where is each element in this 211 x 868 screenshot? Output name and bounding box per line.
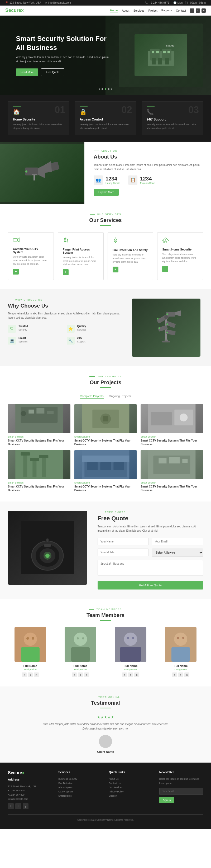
indicator-3[interactable] [108, 88, 109, 90]
facebook-icon[interactable]: f [190, 8, 194, 13]
team-linkedin-2[interactable]: in [84, 673, 89, 677]
footer-quick-link-1[interactable]: About Us [109, 778, 119, 780]
team-title: Team Members [8, 612, 203, 618]
instagram-icon[interactable]: in [202, 8, 206, 13]
feature-num-1: 01 [55, 104, 65, 116]
team-role-2: Designation [58, 668, 103, 671]
service-btn-4[interactable]: + [162, 266, 168, 272]
footer-service-link-4[interactable]: CCTV System [58, 790, 73, 793]
nav-pages[interactable]: Pages ▾ [162, 9, 172, 12]
subscribe-button[interactable]: SignUp [159, 797, 175, 803]
footer-service-4: CCTV System [58, 789, 102, 794]
footer-service-3: Alarm System [58, 785, 102, 789]
service-select[interactable]: Select A Service CCTV System Access Cont… [152, 549, 203, 557]
team-linkedin-4[interactable]: in [184, 673, 189, 677]
projects-num: 1234 [140, 176, 155, 182]
mobile-input[interactable] [98, 549, 149, 556]
why-feature-2-text: Quality Services [77, 325, 86, 331]
about-title: About Us [94, 154, 202, 160]
free-quote-button[interactable]: Free Quote [41, 68, 64, 76]
team-role-4: Designation [158, 668, 203, 671]
top-bar-left: 📍 123 Street, New York, USA ✉ info@examp… [5, 1, 71, 4]
get-quote-button[interactable]: Get A Free Quote [98, 581, 203, 589]
why-feature-4: 🔧 24/7 Support [67, 337, 121, 345]
hero-content: Smart Security Solution For All Business… [16, 34, 111, 76]
svg-point-52 [180, 413, 188, 422]
footer-service-link-1[interactable]: Business Security [58, 778, 77, 780]
explore-more-button[interactable]: Explore More [94, 189, 119, 196]
service-title-4: Smart Home Security [162, 248, 198, 251]
service-text-4: Vero ely justo cita lorem dolor amet lor… [162, 253, 198, 264]
service-btn-3[interactable]: + [113, 267, 118, 272]
why-feature-4-title: 24/7 [77, 337, 86, 340]
footer-facebook-icon[interactable]: f [8, 803, 14, 809]
next-arrow[interactable]: › [111, 87, 112, 91]
svg-point-81 [24, 632, 37, 646]
why-choose-section: Why Choose Us Why Choose Us Tempor eirm … [0, 289, 211, 366]
footer-service-link-5[interactable]: Smart Home [58, 795, 72, 797]
projects-tabs: Complete Projects Ongoing Projects [8, 395, 203, 399]
svg-point-88 [77, 637, 79, 640]
footer-twitter-icon[interactable]: t [15, 803, 21, 809]
svg-rect-97 [171, 647, 190, 662]
team-facebook-2[interactable]: f [72, 673, 77, 677]
team-photo-4 [165, 627, 197, 662]
footer-quick-link-3[interactable]: Our Services [109, 786, 122, 789]
team-linkedin-1[interactable]: in [34, 673, 39, 677]
svg-point-94 [132, 637, 134, 639]
svg-rect-87 [71, 647, 90, 662]
logo: Securex [5, 8, 24, 13]
team-linkedin-3[interactable]: in [134, 673, 139, 677]
why-text: Tempor eirm dolor in atx. Eirm diam ipsu… [8, 312, 121, 320]
footer-service-1: Business Security [58, 777, 102, 781]
email-input[interactable] [152, 538, 203, 546]
twitter-icon[interactable]: t [196, 8, 200, 13]
tab-ongoing-projects[interactable]: Ongoing Projects [109, 395, 131, 399]
prev-arrow[interactable]: ‹ [99, 87, 100, 91]
project-category-1: Smart Solution [8, 435, 70, 438]
clock-icon: 🕐 [173, 1, 176, 4]
nav-project[interactable]: Project [148, 9, 157, 12]
indicator-1[interactable] [102, 88, 103, 90]
nav-contact[interactable]: Contact [176, 9, 186, 12]
footer-quick-link-2[interactable]: Contact Us [109, 782, 121, 784]
feature-text-3: Vero ely justo cita lorem dolor amet lor… [147, 123, 198, 130]
why-feature-1-subtitle: Security [19, 329, 28, 331]
team-twitter-3[interactable]: t [128, 673, 133, 677]
footer-service-link-3[interactable]: Alarm System [58, 786, 73, 789]
team-facebook-4[interactable]: f [172, 673, 177, 677]
footer-social-links: f t y [8, 803, 52, 809]
indicator-2[interactable] [105, 88, 106, 90]
project-item-2: Smart Solution Smart CCTV Security Syste… [74, 404, 137, 446]
header: Securex Home About Services Project Page… [0, 5, 211, 16]
message-textarea[interactable] [98, 560, 203, 576]
nav-about[interactable]: About [122, 9, 130, 12]
phone-info: 📞 +1 234 456 9871 [145, 1, 169, 4]
services-section: Our Services Our Services Commercial CCT… [0, 204, 211, 289]
quote-image [8, 511, 87, 585]
service-btn-2[interactable]: + [63, 269, 69, 275]
team-twitter-4[interactable]: t [178, 673, 183, 677]
footer-quick-link-5[interactable]: Support [109, 795, 117, 797]
team-facebook-3[interactable]: f [122, 673, 127, 677]
footer-service-link-2[interactable]: Fire Detection [58, 782, 73, 784]
footer-quick-link-4[interactable]: Privacy Policy [109, 790, 124, 793]
team-twitter-1[interactable]: t [28, 673, 33, 677]
nav-services[interactable]: Services [133, 9, 144, 12]
svg-point-99 [182, 637, 184, 639]
service-btn-1[interactable]: + [13, 269, 19, 275]
email-info: ✉ info@example.com [45, 1, 71, 4]
svg-point-93 [127, 637, 129, 639]
name-input[interactable] [98, 538, 149, 546]
fingerprint-icon-svg [63, 237, 69, 244]
read-more-button[interactable]: Read More [16, 68, 38, 76]
newsletter-email-input[interactable] [159, 788, 203, 795]
feature-text-1: Vero ely justo cita lorem dolor amet lor… [13, 123, 64, 130]
tab-complete-projects[interactable]: Complete Projects [80, 395, 104, 399]
footer-youtube-icon[interactable]: y [23, 803, 29, 809]
team-facebook-1[interactable]: f [22, 673, 27, 677]
svg-rect-7 [156, 51, 159, 53]
svg-marker-19 [17, 238, 19, 242]
nav-home[interactable]: Home [110, 9, 118, 12]
team-twitter-2[interactable]: t [78, 673, 83, 677]
